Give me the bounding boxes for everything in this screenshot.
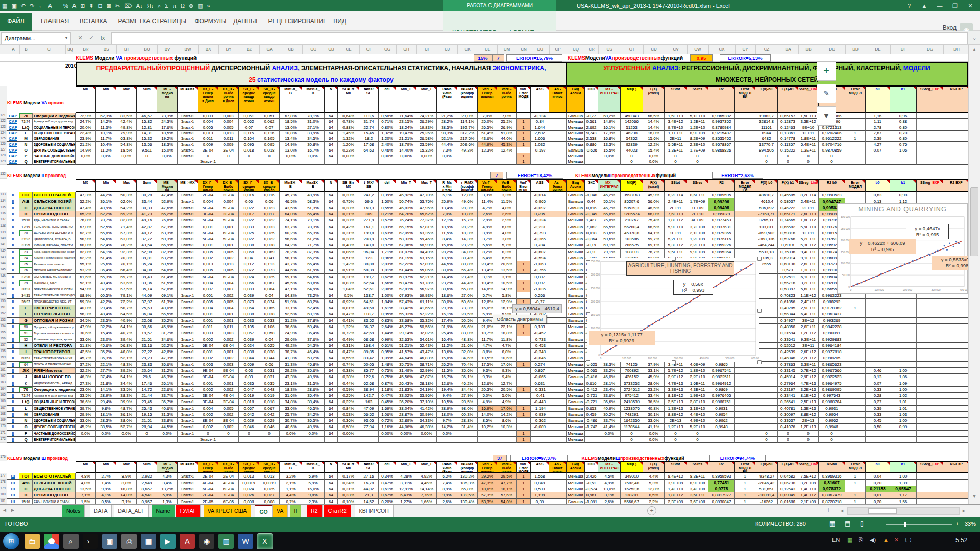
data-cell[interactable]: 0,9948 <box>819 424 845 430</box>
data-cell[interactable]: 54,8% <box>116 142 137 147</box>
data-cell[interactable]: 49,8% <box>116 124 137 130</box>
data-cell[interactable]: 0,025 <box>239 230 259 236</box>
data-cell[interactable]: 2,7% <box>96 473 116 480</box>
data-cell[interactable] <box>585 437 598 443</box>
data-cell[interactable]: 18,1% <box>497 486 517 492</box>
data-cell[interactable]: 5,6E+11 <box>798 286 819 292</box>
industry-code[interactable]: K <box>19 380 33 386</box>
data-cell[interactable]: Меньша <box>567 274 585 280</box>
data-cell[interactable]: 1238076 <box>621 406 643 412</box>
data-cell[interactable]: 0,999079 <box>708 211 735 217</box>
data-cell[interactable] <box>116 159 137 165</box>
table-column-header[interactable]: As -Эластичнос <box>549 86 567 113</box>
sheet-link-II[interactable]: II <box>7 355 19 361</box>
data-cell[interactable]: 0,105 <box>259 136 280 142</box>
formula-bar-expand-icon[interactable]: ⌄ <box>969 32 980 43</box>
data-cell[interactable]: Эласт<1 <box>178 336 198 342</box>
data-cell[interactable]: 36,4% <box>96 267 116 273</box>
data-cell[interactable]: Эласт<1 <box>178 374 198 380</box>
table-column-header[interactable]: F(X)-b1 <box>778 86 798 113</box>
data-cell[interactable] <box>549 473 567 480</box>
table-column-header[interactable]: SE=ErrMX <box>338 179 359 192</box>
data-cell[interactable] <box>943 131 968 136</box>
data-cell[interactable]: 64,8% <box>280 292 302 298</box>
chart-agriculture,[interactable]: 050 000100 000150 000200 000250 000300 0… <box>587 258 760 362</box>
data-cell[interactable]: Эласт<1 <box>178 292 198 298</box>
industry-label[interactable]: ПРОИЗВОДСТВО NEC, УТ <box>33 299 76 305</box>
data-cell[interactable] <box>549 113 567 119</box>
data-cell[interactable]: 0,004 <box>218 198 239 205</box>
data-cell[interactable]: 45,56% <box>396 374 416 380</box>
data-cell[interactable]: 1,7E+09 <box>687 147 708 153</box>
data-cell[interactable]: 45,7% <box>76 355 96 361</box>
data-cell[interactable]: 142066 <box>621 119 643 124</box>
data-cell[interactable]: 0,72% <box>379 418 396 424</box>
data-cell[interactable]: 0,72% <box>338 330 359 336</box>
data-cell[interactable]: 64 <box>325 198 338 205</box>
data-cell[interactable]: 0 <box>687 159 708 165</box>
data-cell[interactable] <box>845 336 866 342</box>
data-cell[interactable]: 52,9% <box>157 198 178 205</box>
data-cell[interactable]: 0,44 <box>585 198 598 205</box>
data-cell[interactable]: 0,83% <box>338 280 359 286</box>
data-cell[interactable]: 16,4% <box>437 336 457 342</box>
table-column-header[interactable]: SSreg_Line <box>798 179 819 192</box>
data-cell[interactable] <box>917 418 943 424</box>
data-cell[interactable]: 5E-04 <box>218 236 239 242</box>
data-cell[interactable]: Меньша <box>567 492 585 498</box>
data-cell[interactable]: 26,29% <box>416 119 437 124</box>
data-cell[interactable]: 4,9% <box>478 223 497 230</box>
data-cell[interactable]: 36,1% <box>96 198 116 205</box>
printer-icon[interactable]: ⎙ <box>121 534 137 549</box>
data-cell[interactable]: 17,6% <box>157 124 178 130</box>
data-cell[interactable]: 14,9% <box>76 147 96 153</box>
data-cell[interactable]: 46,83% <box>396 205 416 211</box>
data-cell[interactable]: 62,3% <box>96 113 116 119</box>
data-cell[interactable] <box>943 113 968 119</box>
row-number[interactable]: 171 <box>0 431 7 437</box>
data-cell[interactable]: 4,9% <box>598 480 621 486</box>
data-cell[interactable]: 52,81% <box>396 286 416 292</box>
selection-handle[interactable] <box>586 360 590 364</box>
data-cell[interactable]: 9,7E+10 <box>665 124 687 130</box>
data-cell[interactable]: 33,6% <box>76 418 96 424</box>
data-cell[interactable]: 0,001 <box>198 292 218 298</box>
data-cell[interactable] <box>549 437 567 443</box>
data-cell[interactable]: 0,849 <box>531 480 549 486</box>
data-cell[interactable]: 0,00% <box>416 431 437 437</box>
sheet-link-II[interactable]: II <box>7 431 19 437</box>
data-cell[interactable]: 54,9% <box>76 286 96 292</box>
data-cell[interactable]: 1,00 <box>890 368 917 374</box>
data-cell[interactable]: 0,001 <box>198 223 218 230</box>
horizontal-scrollbar[interactable] <box>847 507 960 515</box>
column-header-DH[interactable]: DH <box>943 45 968 54</box>
data-cell[interactable]: 50,47% <box>396 280 416 286</box>
data-cell[interactable]: 0,002 <box>198 255 218 261</box>
data-cell[interactable]: 0,038 <box>239 242 259 248</box>
column-header-CV[interactable]: CV <box>665 45 688 54</box>
industry-label[interactable]: МАШИНЫ, NEC <box>33 280 76 286</box>
data-cell[interactable]: 7,0% <box>437 211 457 217</box>
data-cell[interactable]: -0,864 <box>585 236 598 242</box>
data-cell[interactable]: 1,2E+09 <box>687 236 708 242</box>
data-cell[interactable] <box>549 242 567 248</box>
data-cell[interactable] <box>735 418 755 424</box>
data-cell[interactable]: 8,4E+12 <box>665 473 687 480</box>
data-cell[interactable] <box>845 355 866 361</box>
table-column-header[interactable]: MX <box>76 86 96 113</box>
data-cell[interactable]: 3,7E+08 <box>687 223 708 230</box>
data-cell[interactable]: 6,5% <box>497 255 517 261</box>
data-cell[interactable]: 2E+11 <box>665 205 687 211</box>
data-cell[interactable]: 0 <box>218 431 239 437</box>
data-cell[interactable]: 13,2% <box>157 486 178 492</box>
data-cell[interactable]: Эласт>1 <box>178 217 198 223</box>
table-column-header[interactable]: Sum <box>137 461 157 473</box>
data-cell[interactable]: 28,3% <box>96 418 116 424</box>
table-column-header[interactable]: Min_T <box>396 86 416 113</box>
data-cell[interactable]: 0,285 <box>531 211 549 217</box>
data-cell[interactable]: 0,011 <box>198 136 218 142</box>
data-cell[interactable]: 33,6% <box>76 336 96 342</box>
table-column-header[interactable]: SX_Г -среднеквадратичн <box>239 179 259 192</box>
data-cell[interactable]: 1,01 <box>890 406 917 412</box>
table-column-header[interactable]: Max_T <box>416 86 437 113</box>
